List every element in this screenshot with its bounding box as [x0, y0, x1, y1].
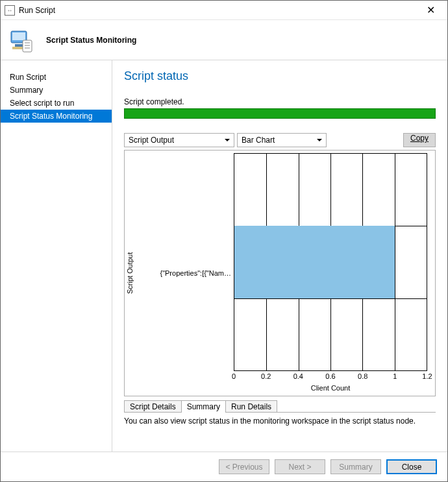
- chevron-down-icon: [317, 139, 322, 141]
- system-menu-icon[interactable]: ↔: [5, 5, 15, 16]
- wizard-sidebar: Run Script Summary Select script to run …: [1, 60, 112, 452]
- y-tick-label: {"Properties":[{"Nam…: [160, 269, 231, 277]
- tab-script-details[interactable]: Script Details: [124, 400, 182, 413]
- summary-button: Summary: [330, 459, 381, 474]
- hint-text: You can also view script status in the m…: [124, 416, 436, 426]
- sidebar-item-label: Select script to run: [10, 99, 74, 108]
- charttype-combo-value: Bar Chart: [242, 136, 275, 145]
- x-tick-labels: 0 0.2 0.4 0.6 0.8 1 1.2: [234, 371, 427, 383]
- output-combo[interactable]: Script Output: [124, 133, 234, 147]
- sidebar-item-label: Summary: [10, 86, 43, 95]
- page-title: Script status: [124, 69, 436, 83]
- plot-area: [234, 153, 427, 371]
- next-button: Next >: [275, 459, 325, 474]
- result-tabs: Script Details Summary Run Details: [124, 400, 436, 413]
- bar-series-0: [234, 226, 395, 298]
- script-monitor-icon: [8, 27, 34, 53]
- wizard-header: Script Status Monitoring: [1, 20, 447, 60]
- status-text: Script completed.: [124, 97, 436, 106]
- svg-rect-4: [23, 40, 32, 52]
- y-tick-labels: {"Properties":[{"Nam…: [136, 151, 234, 396]
- sidebar-item-label: Script Status Monitoring: [10, 112, 92, 121]
- progress-bar: [124, 108, 436, 119]
- tab-run-details[interactable]: Run Details: [225, 400, 277, 413]
- svg-rect-2: [15, 44, 23, 47]
- sidebar-item-run-script[interactable]: Run Script: [1, 71, 112, 84]
- chart-toolbar: Script Output Bar Chart Copy: [124, 133, 436, 147]
- svg-rect-1: [12, 32, 25, 40]
- close-icon[interactable]: ✕: [417, 5, 443, 16]
- x-axis-title: Client Count: [234, 383, 427, 396]
- chart-container: Script Output {"Properties":[{"Nam…: [124, 150, 436, 396]
- wizard-content: Script status Script completed. Script O…: [112, 60, 447, 452]
- previous-button: < Previous: [219, 459, 269, 474]
- output-combo-value: Script Output: [129, 136, 174, 145]
- window-title: Run Script: [19, 6, 417, 15]
- chevron-down-icon: [225, 139, 230, 141]
- titlebar: ↔ Run Script ✕: [1, 1, 447, 20]
- charttype-combo[interactable]: Bar Chart: [237, 133, 327, 147]
- wizard-footer: < Previous Next > Summary Close: [1, 452, 447, 481]
- tab-summary[interactable]: Summary: [181, 400, 226, 413]
- copy-button[interactable]: Copy: [403, 133, 436, 147]
- sidebar-item-status-monitoring[interactable]: Script Status Monitoring: [1, 110, 112, 123]
- wizard-header-title: Script Status Monitoring: [46, 36, 136, 45]
- sidebar-item-label: Run Script: [10, 73, 46, 82]
- sidebar-item-summary[interactable]: Summary: [1, 84, 112, 97]
- close-button[interactable]: Close: [386, 459, 437, 474]
- y-axis-title: Script Output: [125, 151, 136, 396]
- sidebar-item-select-script[interactable]: Select script to run: [1, 97, 112, 110]
